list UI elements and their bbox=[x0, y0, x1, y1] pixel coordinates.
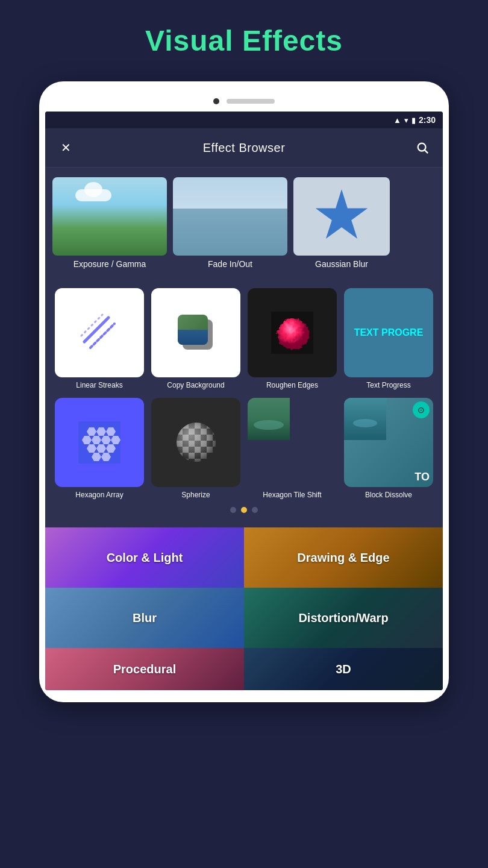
svg-point-23 bbox=[254, 420, 284, 430]
phone-dot bbox=[213, 98, 219, 104]
category-card-color-light[interactable]: Color & Light bbox=[45, 527, 244, 588]
preview-image-fade bbox=[173, 177, 287, 256]
svg-point-0 bbox=[418, 143, 426, 151]
effect-name-spherize: Spherize bbox=[181, 491, 210, 500]
effect-name-block-dissolve: Block Dissolve bbox=[365, 491, 412, 500]
category-label-distortion-warp: Distortion/Warp bbox=[298, 611, 388, 625]
effect-item-linear-streaks[interactable]: Linear Streaks bbox=[55, 288, 144, 391]
status-bar: ▲ ▾ ▮ 2:30 bbox=[45, 112, 443, 128]
preview-label-exposure: Exposure / Gamma bbox=[52, 256, 167, 271]
effect-item-spherize[interactable]: Spherize bbox=[151, 398, 240, 500]
text-progress-display: TEXT PROGRE bbox=[354, 327, 424, 338]
app-bar-title: Effect Browser bbox=[203, 141, 286, 155]
category-label-procedural: Procedural bbox=[113, 662, 176, 676]
effect-thumb-linear-streaks bbox=[55, 288, 144, 377]
category-card-drawing-edge[interactable]: Drawing & Edge bbox=[244, 527, 443, 588]
preview-card-fade[interactable]: Fade In/Out bbox=[173, 177, 287, 271]
search-button[interactable] bbox=[411, 137, 433, 159]
status-time: 2:30 bbox=[419, 115, 436, 125]
phone-container: ▲ ▾ ▮ 2:30 ✕ Effect Browser bbox=[39, 81, 449, 702]
bottom-categories: Procedural 3D bbox=[45, 648, 443, 690]
effects-grid: Linear Streaks Copy Background bbox=[55, 288, 433, 500]
preview-image-exposure bbox=[52, 177, 167, 256]
category-label-drawing-edge: Drawing & Edge bbox=[297, 551, 389, 565]
effect-name-text-progress: Text Progress bbox=[366, 381, 410, 391]
category-card-distortion-warp[interactable]: Distortion/Warp bbox=[244, 588, 443, 648]
preview-card-gaussian[interactable]: Gaussian Blur bbox=[293, 177, 390, 271]
category-grid: Color & Light Drawing & Edge Blur Distor… bbox=[45, 527, 443, 648]
effect-name-roughen-edges: Roughen Edges bbox=[266, 381, 318, 391]
category-label-3d: 3D bbox=[336, 662, 351, 676]
effect-thumb-spherize bbox=[151, 398, 240, 487]
effect-name-hexagon-tile-shift: Hexagon Tile Shift bbox=[263, 491, 321, 500]
app-bar: ✕ Effect Browser bbox=[45, 128, 443, 168]
svg-point-26 bbox=[353, 419, 377, 427]
phone-speaker bbox=[227, 99, 275, 104]
category-card-3d[interactable]: 3D bbox=[244, 648, 443, 690]
phone-screen: ▲ ▾ ▮ 2:30 ✕ Effect Browser bbox=[45, 112, 443, 690]
effects-grid-section: Linear Streaks Copy Background bbox=[45, 281, 443, 527]
phone-top-bar bbox=[45, 93, 443, 112]
svg-line-1 bbox=[425, 150, 428, 153]
preview-label-fade: Fade In/Out bbox=[173, 256, 287, 271]
sphere-visual bbox=[177, 423, 216, 462]
preview-card-exposure[interactable]: Exposure / Gamma bbox=[52, 177, 167, 271]
pagination bbox=[55, 500, 433, 518]
page-title: Visual Effects bbox=[145, 24, 343, 57]
category-card-procedural[interactable]: Procedural bbox=[45, 648, 244, 690]
category-card-blur[interactable]: Blur bbox=[45, 588, 244, 648]
effect-thumb-text-progress: TEXT PROGRE bbox=[344, 288, 433, 377]
preview-scroll-section[interactable]: Exposure / Gamma Fade In/Out Gaussian Bl… bbox=[45, 168, 443, 281]
effect-name-linear-streaks: Linear Streaks bbox=[76, 381, 122, 391]
status-icons: ▲ ▾ ▮ 2:30 bbox=[393, 115, 436, 125]
preview-image-gaussian bbox=[293, 177, 390, 256]
effect-thumb-roughen-edges bbox=[248, 288, 337, 377]
effect-item-hexagon-tile-shift[interactable]: Hexagon Tile Shift bbox=[248, 398, 337, 500]
effect-item-roughen-edges[interactable]: Roughen Edges bbox=[248, 288, 337, 391]
wifi-icon: ▾ bbox=[404, 116, 408, 125]
close-button[interactable]: ✕ bbox=[55, 137, 77, 159]
effect-name-hexagon-array: Hexagon Array bbox=[75, 491, 123, 500]
svg-rect-22 bbox=[248, 398, 290, 440]
effect-item-block-dissolve[interactable]: ⊙ TO Block Dissolve bbox=[344, 398, 433, 500]
effect-item-text-progress[interactable]: TEXT PROGRE Text Progress bbox=[344, 288, 433, 391]
signal-icon: ▲ bbox=[393, 116, 401, 125]
effect-name-copy-background: Copy Background bbox=[167, 381, 224, 391]
effect-thumb-hexagon-array bbox=[55, 398, 144, 487]
dissolve-spiral-icon: ⊙ bbox=[413, 401, 430, 418]
pagination-dot-3[interactable] bbox=[252, 507, 258, 513]
effect-thumb-block-dissolve: ⊙ TO bbox=[344, 398, 433, 487]
category-label-blur: Blur bbox=[133, 611, 157, 625]
dissolve-to-label: TO bbox=[411, 467, 433, 487]
pagination-dot-1[interactable] bbox=[230, 507, 236, 513]
effect-item-hexagon-array[interactable]: Hexagon Array bbox=[55, 398, 144, 500]
svg-point-7 bbox=[277, 317, 308, 348]
battery-icon: ▮ bbox=[411, 116, 416, 125]
star-shape-icon bbox=[314, 189, 369, 244]
effect-thumb-hexagon-tile-shift bbox=[248, 398, 337, 487]
preview-label-gaussian: Gaussian Blur bbox=[293, 256, 390, 271]
category-label-color-light: Color & Light bbox=[107, 551, 183, 565]
effect-item-copy-background[interactable]: Copy Background bbox=[151, 288, 240, 391]
effect-thumb-copy-background bbox=[151, 288, 240, 377]
pagination-dot-2[interactable] bbox=[241, 507, 247, 513]
